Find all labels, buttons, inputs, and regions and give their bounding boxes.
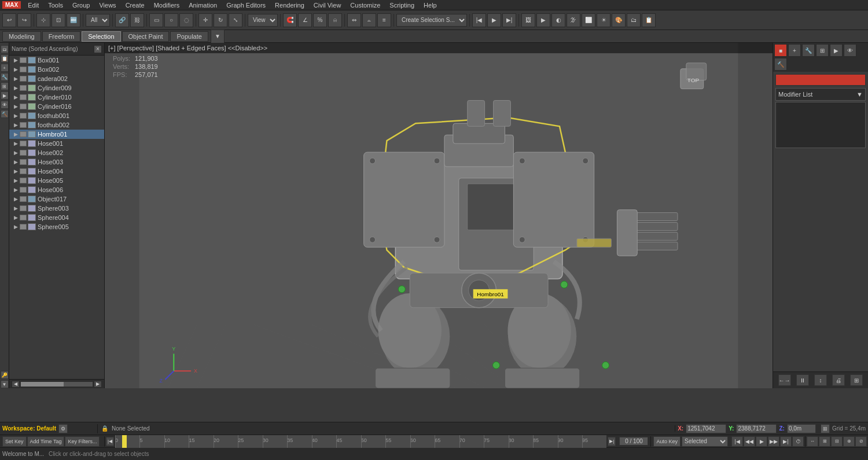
timeline-start-btn[interactable]: |◀ — [106, 437, 114, 446]
menu-modifiers[interactable]: Modifiers — [149, 1, 185, 9]
mini-btn-4[interactable]: ⊕ — [843, 436, 855, 447]
tree-item[interactable]: ▶Hose006 — [9, 185, 104, 194]
menu-graph-editors[interactable]: Graph Editors — [222, 1, 270, 9]
tree-item[interactable]: ▶Cylinder010 — [9, 93, 104, 102]
rect-select[interactable]: ▭ — [149, 13, 163, 27]
tree-item[interactable]: ▶foothub002 — [9, 120, 104, 130]
key-filters-btn[interactable]: Key Filters... — [65, 436, 100, 447]
tree-visibility-icon[interactable] — [20, 131, 27, 137]
timeline-playhead[interactable] — [122, 435, 127, 448]
modifier-list-dropdown[interactable]: Modifier List ▼ — [775, 88, 866, 101]
tree-visibility-icon[interactable] — [20, 205, 27, 211]
timeline[interactable]: 0510152025303540455055606570758085909510… — [115, 435, 606, 448]
modify-panel-btn[interactable]: 🔧 — [802, 44, 815, 57]
menu-animation[interactable]: Animation — [184, 1, 222, 9]
select-button[interactable]: ⊹ — [36, 13, 50, 27]
anim-mode-icon[interactable]: 🔑 — [1, 371, 9, 379]
tree-item[interactable]: ▶Sphere004 — [9, 213, 104, 222]
tree-item[interactable]: ▶foothub001 — [9, 111, 104, 120]
scene-tree-list[interactable]: ▶Box001▶Box002▶cadera002▶Cylinder009▶Cyl… — [9, 56, 104, 379]
tree-item[interactable]: ▶Object017 — [9, 194, 104, 204]
region-select-button[interactable]: ⊡ — [52, 13, 65, 27]
tree-item[interactable]: ▶Hose004 — [9, 167, 104, 176]
scale-button[interactable]: ⤡ — [229, 13, 242, 27]
menu-tools[interactable]: Tools — [43, 1, 68, 9]
prev-frame-btn[interactable]: |◀ — [731, 436, 743, 447]
tree-visibility-icon[interactable] — [20, 122, 27, 128]
tree-visibility-icon[interactable] — [20, 76, 27, 82]
menu-create[interactable]: Create — [121, 1, 149, 9]
prev-key[interactable]: |◀ — [472, 13, 486, 27]
menu-edit[interactable]: Edit — [23, 1, 43, 9]
activeshade[interactable]: ◐ — [551, 13, 565, 27]
tree-visibility-icon[interactable] — [20, 196, 27, 202]
percent-snap[interactable]: % — [313, 13, 327, 27]
layer-mgr[interactable]: 📋 — [642, 13, 656, 27]
mini-btn-3[interactable]: ⊟ — [831, 436, 843, 447]
link-button[interactable]: 🔗 — [115, 13, 129, 27]
make-unique-btn[interactable]: 🖨 — [832, 374, 845, 386]
mirror-button[interactable]: ⇔ — [347, 13, 361, 27]
create-icon[interactable]: + — [1, 64, 9, 72]
tree-scroll-right[interactable]: ▶ — [94, 381, 102, 388]
mode-extra[interactable]: ▼ — [211, 30, 225, 43]
tree-visibility-icon[interactable] — [20, 104, 27, 109]
configure-btn[interactable]: ⏸ — [796, 374, 809, 386]
align-options[interactable]: ≡ — [377, 13, 391, 27]
timeline-end-btn[interactable]: ▶| — [608, 437, 616, 446]
menu-rendering[interactable]: Rendering — [270, 1, 309, 9]
remove-mod-btn[interactable]: ⊞ — [850, 374, 863, 386]
tree-item[interactable]: ▶Sphere005 — [9, 222, 104, 231]
scene-explorer-open[interactable]: 🗂 — [627, 13, 641, 27]
circle-select[interactable]: ○ — [164, 13, 178, 27]
tree-visibility-icon[interactable] — [20, 141, 27, 146]
menu-customize[interactable]: Customize — [345, 1, 385, 9]
mode-freeform[interactable]: Freeform — [42, 31, 81, 42]
mode-object-paint[interactable]: Object Paint — [122, 31, 170, 42]
undo-button[interactable]: ↩ — [2, 13, 16, 27]
tree-item[interactable]: ▶Hose005 — [9, 176, 104, 185]
motion-icon[interactable]: ▶ — [1, 91, 9, 100]
move-button[interactable]: ✛ — [198, 13, 212, 27]
material-editor[interactable]: 🎨 — [612, 13, 626, 27]
prev-key-btn[interactable]: ◀◀ — [744, 436, 755, 447]
spinner-snap[interactable]: ⍾ — [328, 13, 342, 27]
y-coord-input[interactable] — [736, 424, 777, 433]
display-color-btn[interactable]: ■ — [774, 44, 787, 57]
z-coord-input[interactable] — [787, 424, 816, 433]
tree-visibility-icon[interactable] — [20, 187, 27, 193]
env-effects[interactable]: 🌫 — [567, 13, 580, 27]
render-setup[interactable]: 🖼 — [521, 13, 535, 27]
viewport[interactable]: [+] [Perspective] [Shaded + Edged Faces]… — [105, 43, 773, 388]
exposure-ctrl[interactable]: ☀ — [597, 13, 610, 27]
x-coord-input[interactable] — [686, 424, 726, 433]
modify-icon[interactable]: 🔧 — [1, 73, 9, 81]
redo-button[interactable]: ↪ — [17, 13, 31, 27]
autokey-btn[interactable]: Auto Key — [653, 436, 681, 447]
next-frame-btn[interactable]: ▶| — [780, 436, 792, 447]
tree-item[interactable]: ▶cadera002 — [9, 74, 104, 83]
menu-views[interactable]: Views — [94, 1, 120, 9]
play-btn[interactable]: ▶ — [756, 436, 767, 447]
tree-visibility-icon[interactable] — [20, 168, 27, 174]
align-button[interactable]: ⫠ — [362, 13, 376, 27]
render-frame-win[interactable]: ⬜ — [582, 13, 595, 27]
tree-item[interactable]: ▶Hose003 — [9, 157, 104, 167]
filter-icon[interactable]: ▼ — [1, 380, 9, 388]
tree-item[interactable]: ▶Box001 — [9, 56, 104, 65]
scene-tree-close[interactable]: × — [94, 45, 102, 53]
utilities-icon[interactable]: 🔨 — [1, 110, 9, 118]
tree-visibility-icon[interactable] — [20, 94, 27, 100]
mini-btn-2[interactable]: ⊞ — [819, 436, 830, 447]
pin-stack-btn[interactable]: ←→ — [778, 374, 791, 386]
view-dropdown[interactable]: View — [248, 14, 278, 27]
mode-populate[interactable]: Populate — [170, 31, 208, 42]
hierarchy-panel-btn[interactable]: ⊞ — [816, 44, 829, 57]
object-color-swatch[interactable] — [775, 74, 866, 86]
angle-snap[interactable]: ∠ — [298, 13, 312, 27]
rotate-button[interactable]: ↻ — [214, 13, 227, 27]
tree-visibility-icon[interactable] — [20, 57, 27, 63]
tree-scroll-left[interactable]: ◀ — [12, 381, 20, 388]
menu-help[interactable]: Help — [419, 1, 442, 9]
hierarchy-icon[interactable]: ⊞ — [1, 82, 9, 90]
